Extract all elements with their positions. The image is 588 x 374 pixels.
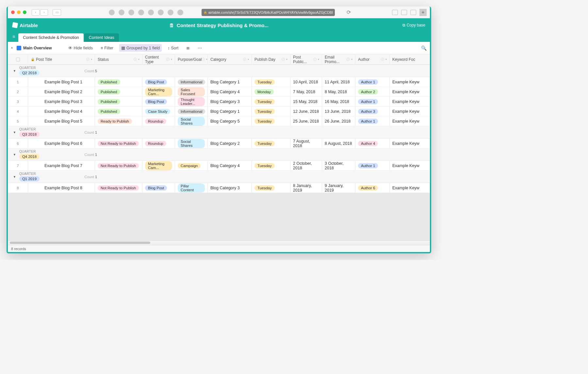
cell-keyword[interactable]: Example Keyw <box>390 77 429 87</box>
table-row[interactable]: 7 Example Blog Post 7 Not Ready to Publi… <box>8 161 430 171</box>
select-all-column[interactable] <box>8 54 28 64</box>
cell-status[interactable]: Published <box>95 107 142 116</box>
cell-keyword[interactable]: Example Keyw <box>390 139 429 148</box>
copy-base-button[interactable]: ⧉ Copy base <box>402 23 425 27</box>
reload-icon[interactable]: ⟳ <box>347 9 351 15</box>
cell-status[interactable]: Not Ready to Publish <box>95 139 142 148</box>
minimize-window-button[interactable] <box>17 10 21 14</box>
cell-content-type[interactable]: Blog Post <box>142 183 175 193</box>
cell-publish-day[interactable]: Tuesday <box>252 161 290 170</box>
cell-purpose[interactable]: Campaign <box>175 161 208 170</box>
cell-author[interactable]: Author 1 <box>355 161 390 170</box>
group-button[interactable]: ▦ Grouped by 1 field <box>119 44 162 52</box>
hide-fields-button[interactable]: 👁 Hide fields <box>66 44 95 52</box>
cell-status[interactable]: Ready to Publish <box>95 116 142 126</box>
cell-email-promo[interactable]: 16 May, 2018 <box>322 97 355 106</box>
download-icon[interactable] <box>392 10 398 15</box>
cell-post-title[interactable]: Example Blog Post 1 <box>28 77 95 87</box>
column-category[interactable]: Categoryⓘ▾ <box>208 54 252 64</box>
table-row[interactable]: 6 Example Blog Post 6 Not Ready to Publi… <box>8 139 430 148</box>
group-header[interactable]: ▼ QUARTER Q1 2019 Count 1 <box>8 171 430 183</box>
table-row[interactable]: 5 Example Blog Post 5 Ready to Publish R… <box>8 116 430 126</box>
cell-publish-day[interactable]: Tuesday <box>252 97 290 106</box>
table-tab[interactable]: Content Schedule & Promotion <box>18 33 84 42</box>
cell-status[interactable]: Published <box>95 77 142 87</box>
cell-email-promo[interactable]: 8 August, 2018 <box>322 139 355 148</box>
cell-keyword[interactable]: Example Keyw <box>390 97 429 106</box>
row-height-button[interactable]: ≣ <box>184 44 192 52</box>
cell-keyword[interactable]: Example Keyw <box>390 116 429 126</box>
cell-status[interactable]: Published <box>95 97 142 106</box>
table-row[interactable]: 4 Example Blog Post 4 Published Case Stu… <box>8 107 430 116</box>
chevron-down-icon[interactable]: ▼ <box>13 69 16 73</box>
search-icon[interactable]: 🔍 <box>421 45 427 51</box>
ext-icon[interactable] <box>119 9 124 15</box>
cell-author[interactable]: Author 1 <box>355 97 390 106</box>
column-keyword[interactable]: Keyword Foc <box>390 54 429 64</box>
cell-post-title[interactable]: Example Blog Post 5 <box>28 116 95 126</box>
cell-author[interactable]: Author 4 <box>355 139 390 148</box>
cell-post-public[interactable]: 25 June, 2018 <box>290 116 322 126</box>
column-author[interactable]: Authorⓘ▾ <box>355 54 390 64</box>
group-header[interactable]: ▼ QUARTER Q2 2018 Count 5 <box>8 65 430 77</box>
cell-post-public[interactable]: 12 June, 2018 <box>290 107 322 116</box>
cell-post-public[interactable]: 8 January, 2019 <box>290 183 322 193</box>
cell-publish-day[interactable]: Tuesday <box>252 107 290 116</box>
cell-email-promo[interactable]: 8 May, 2018 <box>322 87 355 96</box>
new-tab-button[interactable]: + <box>419 9 427 16</box>
cell-category[interactable]: Blog Category 1 <box>208 107 252 116</box>
collapse-sidebar-icon[interactable]: ▾ <box>11 46 13 50</box>
cell-email-promo[interactable]: 13 June, 2018 <box>322 107 355 116</box>
cell-email-promo[interactable]: 11 April, 2018 <box>322 77 355 87</box>
cell-purpose[interactable]: Social Shares <box>175 116 208 126</box>
column-post-title[interactable]: 🔒Post Titleⓘ▾ <box>28 54 95 64</box>
cell-content-type[interactable]: Blog Post <box>142 97 175 106</box>
cell-post-title[interactable]: Example Blog Post 4 <box>28 107 95 116</box>
cell-post-title[interactable]: Example Blog Post 3 <box>28 97 95 106</box>
tables-menu-icon[interactable]: ≡ <box>10 34 18 42</box>
cell-content-type[interactable]: Marketing Cam... <box>142 87 175 96</box>
cell-author[interactable]: Author 6 <box>355 183 390 193</box>
column-email-promo[interactable]: Email Promo...ⓘ▾ <box>322 54 355 64</box>
column-status[interactable]: Statusⓘ▾ <box>95 54 142 64</box>
cell-keyword[interactable]: Example Keyw <box>390 183 429 193</box>
cell-author[interactable]: Author 3 <box>355 107 390 116</box>
cell-status[interactable]: Not Ready to Publish <box>95 183 142 193</box>
cell-purpose[interactable]: Sales Focused <box>175 87 208 96</box>
cell-post-title[interactable]: Example Blog Post 8 <box>28 183 95 193</box>
cell-purpose[interactable]: Social Shares <box>175 139 208 148</box>
column-publish-day[interactable]: Publish Dayⓘ▾ <box>252 54 290 64</box>
cell-content-type[interactable]: Roundup <box>142 116 175 126</box>
cell-author[interactable]: Author 2 <box>355 87 390 96</box>
cell-keyword[interactable]: Example Keyw <box>390 161 429 170</box>
cell-content-type[interactable]: Roundup <box>142 139 175 148</box>
cell-publish-day[interactable]: Tuesday <box>252 183 290 193</box>
cell-status[interactable]: Not Ready to Publish <box>95 161 142 170</box>
back-button[interactable]: ‹ <box>32 9 40 16</box>
cell-publish-day[interactable]: Monday <box>252 87 290 96</box>
cell-post-public[interactable]: 7 August, 2018 <box>290 139 322 148</box>
cell-post-public[interactable]: 15 May, 2018 <box>290 97 322 106</box>
url-bar[interactable]: 🔒 airtable.com/shrjTSrSd7ET23QVO/tbltcKa… <box>202 9 335 16</box>
cell-post-title[interactable]: Example Blog Post 2 <box>28 87 95 96</box>
column-purpose[interactable]: Purpose/Goalⓘ▾ <box>175 54 208 64</box>
ext-icon[interactable] <box>128 9 134 15</box>
cell-post-public[interactable]: 2 October, 2018 <box>290 161 322 170</box>
ext-icon[interactable] <box>158 9 164 15</box>
column-content-type[interactable]: Content Typeⓘ▾ <box>142 54 175 64</box>
cell-publish-day[interactable]: Tuesday <box>252 77 290 87</box>
cell-publish-day[interactable]: Tuesday <box>252 139 290 148</box>
cell-content-type[interactable]: Case Study <box>142 107 175 116</box>
cell-category[interactable]: Blog Category 3 <box>208 97 252 106</box>
more-button[interactable]: ⋯ <box>196 44 204 52</box>
ext-icon[interactable] <box>109 9 115 15</box>
cell-post-public[interactable]: 7 May, 2018 <box>290 87 322 96</box>
column-post-public[interactable]: Post Public...ⓘ▾ <box>290 54 322 64</box>
view-switcher[interactable]: Main Overview <box>17 46 52 50</box>
cell-category[interactable]: Blog Category 1 <box>208 77 252 87</box>
table-row[interactable]: 3 Example Blog Post 3 Published Blog Pos… <box>8 97 430 107</box>
group-header[interactable]: ▼ QUARTER Q4 2018 Count 1 <box>8 148 430 161</box>
cell-keyword[interactable]: Example Keyw <box>390 107 429 116</box>
airtable-logo[interactable]: Airtable <box>12 23 38 28</box>
maximize-window-button[interactable] <box>23 10 26 14</box>
